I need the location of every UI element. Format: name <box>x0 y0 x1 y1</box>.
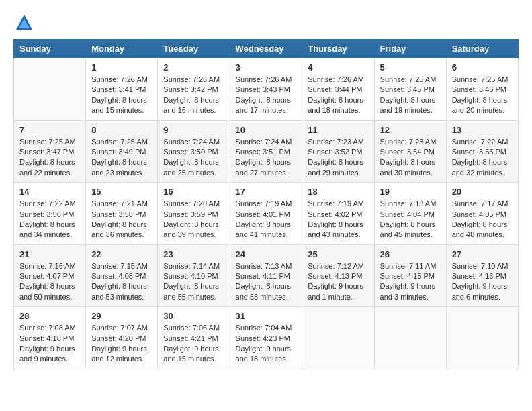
day-number: 27 <box>452 249 513 259</box>
calendar-day-cell: 13Sunrise: 7:22 AMSunset: 3:55 PMDayligh… <box>446 120 518 183</box>
calendar-day-cell: 23Sunrise: 7:14 AMSunset: 4:10 PMDayligh… <box>158 244 230 307</box>
calendar-day-cell: 29Sunrise: 7:07 AMSunset: 4:20 PMDayligh… <box>86 307 158 369</box>
calendar-day-cell: 16Sunrise: 7:20 AMSunset: 3:59 PMDayligh… <box>158 183 230 245</box>
day-info: Sunrise: 7:12 AMSunset: 4:13 PMDaylight:… <box>308 261 368 303</box>
calendar-day-cell: 27Sunrise: 7:10 AMSunset: 4:16 PMDayligh… <box>446 244 518 307</box>
calendar-header-sunday: Sunday <box>14 40 86 58</box>
day-info: Sunrise: 7:07 AMSunset: 4:20 PMDaylight:… <box>91 323 152 365</box>
day-info: Sunrise: 7:21 AMSunset: 3:58 PMDaylight:… <box>91 199 152 240</box>
day-info: Sunrise: 7:24 AMSunset: 3:51 PMDaylight:… <box>236 137 297 179</box>
day-info: Sunrise: 7:22 AMSunset: 3:56 PMDaylight:… <box>19 199 80 240</box>
calendar-day-cell: 10Sunrise: 7:24 AMSunset: 3:51 PMDayligh… <box>230 120 302 183</box>
day-info: Sunrise: 7:24 AMSunset: 3:50 PMDaylight:… <box>163 137 224 179</box>
calendar-day-cell <box>302 307 374 369</box>
page-header <box>13 13 519 32</box>
day-number: 20 <box>452 187 513 197</box>
calendar-week-row: 14Sunrise: 7:22 AMSunset: 3:56 PMDayligh… <box>14 183 519 245</box>
day-number: 8 <box>91 125 152 135</box>
day-info: Sunrise: 7:04 AMSunset: 4:23 PMDaylight:… <box>236 323 297 365</box>
calendar-day-cell: 1Sunrise: 7:26 AMSunset: 3:41 PMDaylight… <box>86 58 158 121</box>
day-number: 3 <box>236 62 297 73</box>
calendar-header-thursday: Thursday <box>302 40 374 58</box>
day-info: Sunrise: 7:17 AMSunset: 4:05 PMDaylight:… <box>452 199 513 240</box>
day-number: 15 <box>91 187 152 197</box>
calendar-day-cell: 30Sunrise: 7:06 AMSunset: 4:21 PMDayligh… <box>158 307 230 369</box>
day-number: 18 <box>308 187 368 197</box>
logo <box>13 13 35 32</box>
day-number: 13 <box>452 125 513 135</box>
day-info: Sunrise: 7:26 AMSunset: 3:43 PMDaylight:… <box>236 75 297 116</box>
calendar-day-cell: 14Sunrise: 7:22 AMSunset: 3:56 PMDayligh… <box>14 183 86 245</box>
day-info: Sunrise: 7:25 AMSunset: 3:47 PMDaylight:… <box>19 137 80 179</box>
calendar-week-row: 7Sunrise: 7:25 AMSunset: 3:47 PMDaylight… <box>14 120 519 183</box>
calendar-week-row: 21Sunrise: 7:16 AMSunset: 4:07 PMDayligh… <box>14 244 519 307</box>
calendar-day-cell: 7Sunrise: 7:25 AMSunset: 3:47 PMDaylight… <box>14 120 86 183</box>
calendar-day-cell: 22Sunrise: 7:15 AMSunset: 4:08 PMDayligh… <box>86 244 158 307</box>
day-info: Sunrise: 7:19 AMSunset: 4:02 PMDaylight:… <box>308 199 368 240</box>
calendar-day-cell: 5Sunrise: 7:25 AMSunset: 3:45 PMDaylight… <box>374 58 446 121</box>
calendar-day-cell: 9Sunrise: 7:24 AMSunset: 3:50 PMDaylight… <box>158 120 230 183</box>
calendar-day-cell <box>446 307 518 369</box>
day-number: 24 <box>236 249 297 259</box>
day-number: 5 <box>380 62 441 73</box>
calendar-day-cell: 25Sunrise: 7:12 AMSunset: 4:13 PMDayligh… <box>302 244 374 307</box>
calendar-header-wednesday: Wednesday <box>230 40 302 58</box>
day-number: 17 <box>236 187 297 197</box>
calendar-day-cell: 28Sunrise: 7:08 AMSunset: 4:18 PMDayligh… <box>14 307 86 369</box>
calendar-header-row: SundayMondayTuesdayWednesdayThursdayFrid… <box>14 40 519 58</box>
day-number: 11 <box>308 125 368 135</box>
day-info: Sunrise: 7:22 AMSunset: 3:55 PMDaylight:… <box>452 137 513 179</box>
calendar-day-cell <box>14 58 86 121</box>
day-number: 4 <box>308 62 368 73</box>
day-info: Sunrise: 7:11 AMSunset: 4:15 PMDaylight:… <box>380 261 441 303</box>
day-number: 6 <box>452 62 513 73</box>
day-info: Sunrise: 7:25 AMSunset: 3:49 PMDaylight:… <box>91 137 152 179</box>
day-info: Sunrise: 7:06 AMSunset: 4:21 PMDaylight:… <box>163 323 224 365</box>
day-info: Sunrise: 7:23 AMSunset: 3:52 PMDaylight:… <box>308 137 368 179</box>
day-info: Sunrise: 7:25 AMSunset: 3:46 PMDaylight:… <box>452 75 513 116</box>
day-info: Sunrise: 7:26 AMSunset: 3:42 PMDaylight:… <box>163 75 224 116</box>
day-number: 25 <box>308 249 368 259</box>
calendar-week-row: 28Sunrise: 7:08 AMSunset: 4:18 PMDayligh… <box>14 307 519 369</box>
day-info: Sunrise: 7:25 AMSunset: 3:45 PMDaylight:… <box>380 75 441 116</box>
calendar-week-row: 1Sunrise: 7:26 AMSunset: 3:41 PMDaylight… <box>14 58 519 121</box>
calendar-header-saturday: Saturday <box>446 40 518 58</box>
day-info: Sunrise: 7:15 AMSunset: 4:08 PMDaylight:… <box>91 261 152 303</box>
day-number: 14 <box>19 187 80 197</box>
logo-icon <box>15 13 34 32</box>
day-number: 21 <box>19 249 80 259</box>
day-info: Sunrise: 7:18 AMSunset: 4:04 PMDaylight:… <box>380 199 441 240</box>
calendar-day-cell: 26Sunrise: 7:11 AMSunset: 4:15 PMDayligh… <box>374 244 446 307</box>
day-info: Sunrise: 7:23 AMSunset: 3:54 PMDaylight:… <box>380 137 441 179</box>
calendar-day-cell: 24Sunrise: 7:13 AMSunset: 4:11 PMDayligh… <box>230 244 302 307</box>
calendar-day-cell: 18Sunrise: 7:19 AMSunset: 4:02 PMDayligh… <box>302 183 374 245</box>
day-number: 12 <box>380 125 441 135</box>
calendar-day-cell: 8Sunrise: 7:25 AMSunset: 3:49 PMDaylight… <box>86 120 158 183</box>
day-info: Sunrise: 7:19 AMSunset: 4:01 PMDaylight:… <box>236 199 297 240</box>
calendar-day-cell: 15Sunrise: 7:21 AMSunset: 3:58 PMDayligh… <box>86 183 158 245</box>
day-number: 31 <box>236 311 297 321</box>
day-info: Sunrise: 7:16 AMSunset: 4:07 PMDaylight:… <box>19 261 80 303</box>
day-info: Sunrise: 7:13 AMSunset: 4:11 PMDaylight:… <box>236 261 297 303</box>
day-info: Sunrise: 7:26 AMSunset: 3:44 PMDaylight:… <box>308 75 368 116</box>
calendar-day-cell: 12Sunrise: 7:23 AMSunset: 3:54 PMDayligh… <box>374 120 446 183</box>
day-number: 2 <box>163 62 224 73</box>
day-number: 23 <box>163 249 224 259</box>
day-number: 19 <box>380 187 441 197</box>
day-info: Sunrise: 7:20 AMSunset: 3:59 PMDaylight:… <box>163 199 224 240</box>
day-number: 7 <box>19 125 80 135</box>
day-info: Sunrise: 7:08 AMSunset: 4:18 PMDaylight:… <box>19 323 80 365</box>
calendar-header-tuesday: Tuesday <box>158 40 230 58</box>
day-info: Sunrise: 7:26 AMSunset: 3:41 PMDaylight:… <box>91 75 152 116</box>
calendar-day-cell: 11Sunrise: 7:23 AMSunset: 3:52 PMDayligh… <box>302 120 374 183</box>
day-number: 26 <box>380 249 441 259</box>
day-number: 30 <box>163 311 224 321</box>
calendar-header-friday: Friday <box>374 40 446 58</box>
day-number: 29 <box>91 311 152 321</box>
calendar-day-cell: 31Sunrise: 7:04 AMSunset: 4:23 PMDayligh… <box>230 307 302 369</box>
calendar-day-cell: 2Sunrise: 7:26 AMSunset: 3:42 PMDaylight… <box>158 58 230 121</box>
calendar-day-cell: 20Sunrise: 7:17 AMSunset: 4:05 PMDayligh… <box>446 183 518 245</box>
day-number: 1 <box>91 62 152 73</box>
calendar-day-cell: 19Sunrise: 7:18 AMSunset: 4:04 PMDayligh… <box>374 183 446 245</box>
day-info: Sunrise: 7:10 AMSunset: 4:16 PMDaylight:… <box>452 261 513 303</box>
